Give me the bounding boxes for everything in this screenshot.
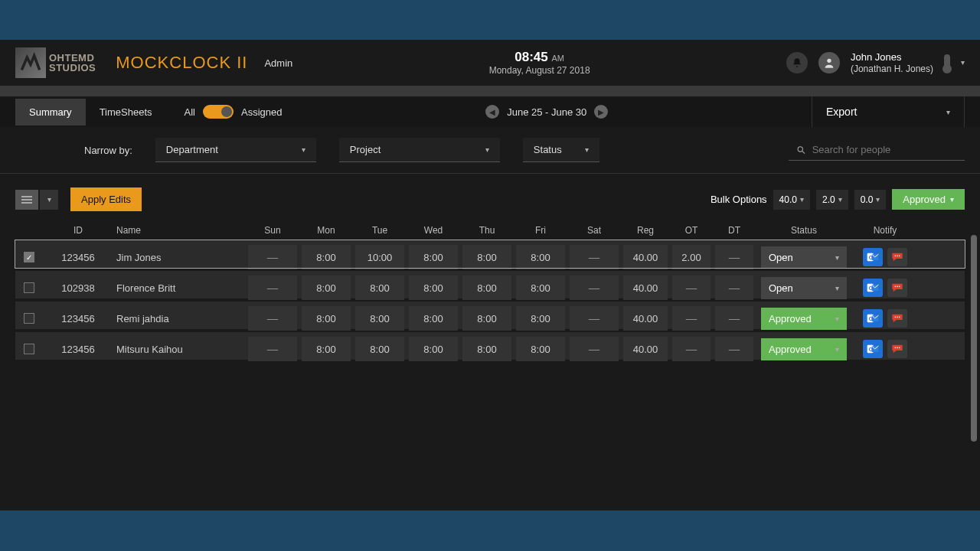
cell-fri[interactable]: 8:00 xyxy=(516,306,565,331)
col-tue: Tue xyxy=(355,225,404,236)
bulk-options-label: Bulk Options xyxy=(710,194,767,205)
col-dt: DT xyxy=(715,225,753,236)
outlook-icon[interactable]: O xyxy=(863,340,883,358)
scrollbar[interactable] xyxy=(971,235,977,442)
cell-reg[interactable]: 40.00 xyxy=(623,245,668,269)
cell-thu[interactable]: 8:00 xyxy=(462,245,511,269)
col-mon: Mon xyxy=(302,225,351,236)
cell-ot[interactable]: –– xyxy=(672,306,710,331)
cell-reg[interactable]: 40.00 xyxy=(623,306,668,331)
col-thu: Thu xyxy=(462,225,511,236)
bulk-dt-select[interactable]: 0.0▾ xyxy=(854,190,887,210)
tab-summary[interactable]: Summary xyxy=(15,99,86,126)
cell-ot[interactable]: –– xyxy=(672,276,710,300)
cell-dt[interactable]: –– xyxy=(715,337,753,361)
cell-wed[interactable]: 8:00 xyxy=(409,245,458,269)
cell-mon[interactable]: 8:00 xyxy=(302,306,351,331)
project-select-label: Project xyxy=(350,144,381,155)
table-row[interactable]: 123456Remi jahdia––8:008:008:008:008:00–… xyxy=(15,302,965,329)
cell-sun[interactable]: –– xyxy=(248,306,297,331)
top-bar: OHTEMD STUDIOS MOCKCLOCK II Admin 08:45 … xyxy=(0,40,980,86)
row-checkbox[interactable] xyxy=(24,282,34,293)
apply-edits-button[interactable]: Apply Edits xyxy=(70,187,142,211)
search-input[interactable] xyxy=(812,144,957,155)
export-button[interactable]: Export ▾ xyxy=(812,96,965,127)
cell-wed[interactable]: 8:00 xyxy=(409,306,458,331)
svg-text:O: O xyxy=(869,347,873,352)
cell-dt[interactable]: –– xyxy=(715,306,753,331)
cell-sat[interactable]: –– xyxy=(570,306,619,331)
thermometer-icon[interactable] xyxy=(944,54,950,71)
cell-mon[interactable]: 8:00 xyxy=(302,337,351,361)
cell-mon[interactable]: 8:00 xyxy=(302,276,351,300)
cell-wed[interactable]: 8:00 xyxy=(409,337,458,361)
cell-wed[interactable]: 8:00 xyxy=(409,276,458,300)
svg-point-18 xyxy=(895,317,897,318)
cell-tue[interactable]: 10:00 xyxy=(355,245,404,269)
svg-point-14 xyxy=(899,286,900,288)
cell-ot[interactable]: –– xyxy=(672,337,710,361)
svg-point-19 xyxy=(897,317,898,318)
status-select[interactable]: Approved▾ xyxy=(761,338,847,360)
avatar-icon[interactable] xyxy=(818,52,840,73)
project-select[interactable]: Project▾ xyxy=(339,138,500,162)
svg-point-6 xyxy=(895,256,897,257)
toggle-label-all: All xyxy=(185,106,195,118)
status-select[interactable]: Open▾ xyxy=(761,246,847,269)
tab-timesheets[interactable]: TimeSheets xyxy=(86,99,166,126)
chat-icon[interactable] xyxy=(887,340,907,358)
assigned-toggle[interactable] xyxy=(203,105,234,119)
clock-suffix: AM xyxy=(551,54,564,63)
row-checkbox[interactable] xyxy=(24,313,34,324)
bulk-approved-button[interactable]: Approved▾ xyxy=(892,189,965,210)
cell-reg[interactable]: 40.00 xyxy=(623,276,668,300)
bell-icon[interactable] xyxy=(786,52,808,73)
cell-id: 123456 xyxy=(47,252,109,263)
department-select[interactable]: Department▾ xyxy=(155,138,316,162)
studio-name-bottom: STUDIOS xyxy=(49,63,96,73)
cell-fri[interactable]: 8:00 xyxy=(516,276,565,300)
status-select[interactable]: Status▾ xyxy=(523,138,599,162)
table-row[interactable]: 102938Florence Britt––8:008:008:008:008:… xyxy=(15,271,965,298)
chat-icon[interactable] xyxy=(887,248,907,266)
status-select[interactable]: Open▾ xyxy=(761,277,847,299)
chat-icon[interactable] xyxy=(887,309,907,328)
cell-sun[interactable]: –– xyxy=(248,337,297,361)
svg-point-24 xyxy=(895,347,897,349)
cell-thu[interactable]: 8:00 xyxy=(462,276,511,300)
cell-fri[interactable]: 8:00 xyxy=(516,337,565,361)
cell-sat[interactable]: –– xyxy=(570,245,619,269)
row-checkbox[interactable] xyxy=(24,344,34,354)
cell-fri[interactable]: 8:00 xyxy=(516,245,565,269)
cell-mon[interactable]: 8:00 xyxy=(302,245,351,269)
bulk-select-dropdown[interactable]: ▾ xyxy=(15,190,58,210)
cell-tue[interactable]: 8:00 xyxy=(355,306,404,331)
svg-point-0 xyxy=(827,59,831,63)
outlook-icon[interactable]: O xyxy=(863,309,883,328)
table-row[interactable]: 123456Jim Jones––8:0010:008:008:008:00––… xyxy=(15,240,965,268)
user-menu-chevron-icon[interactable]: ▾ xyxy=(961,58,965,67)
chat-icon[interactable] xyxy=(887,279,907,297)
cell-sat[interactable]: –– xyxy=(570,337,619,361)
date-next-button[interactable]: ▶ xyxy=(594,105,608,119)
cell-sun[interactable]: –– xyxy=(248,276,297,300)
cell-thu[interactable]: 8:00 xyxy=(462,337,511,361)
cell-dt[interactable]: –– xyxy=(715,245,753,269)
row-checkbox[interactable] xyxy=(24,252,34,262)
table-row[interactable]: 123456Mitsuru Kaihou––8:008:008:008:008:… xyxy=(15,332,965,360)
cell-tue[interactable]: 8:00 xyxy=(355,276,404,300)
search-box[interactable] xyxy=(789,139,965,161)
status-select[interactable]: Approved▾ xyxy=(761,308,847,330)
cell-thu[interactable]: 8:00 xyxy=(462,306,511,331)
outlook-icon[interactable]: O xyxy=(863,248,883,266)
cell-dt[interactable]: –– xyxy=(715,276,753,300)
date-prev-button[interactable]: ◀ xyxy=(485,105,499,119)
cell-sun[interactable]: –– xyxy=(248,245,297,269)
outlook-icon[interactable]: O xyxy=(863,279,883,297)
bulk-ot-select[interactable]: 2.0▾ xyxy=(816,190,848,210)
cell-tue[interactable]: 8:00 xyxy=(355,337,404,361)
bulk-reg-select[interactable]: 40.0▾ xyxy=(773,190,810,210)
cell-ot[interactable]: 2.00 xyxy=(672,245,710,269)
cell-reg[interactable]: 40.00 xyxy=(623,337,668,361)
cell-sat[interactable]: –– xyxy=(570,276,619,300)
